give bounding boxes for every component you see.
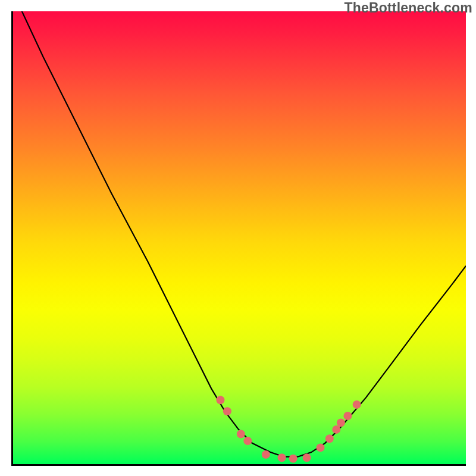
- plot-area: [11, 11, 466, 466]
- watermark-text: TheBottleneck.com: [344, 0, 472, 16]
